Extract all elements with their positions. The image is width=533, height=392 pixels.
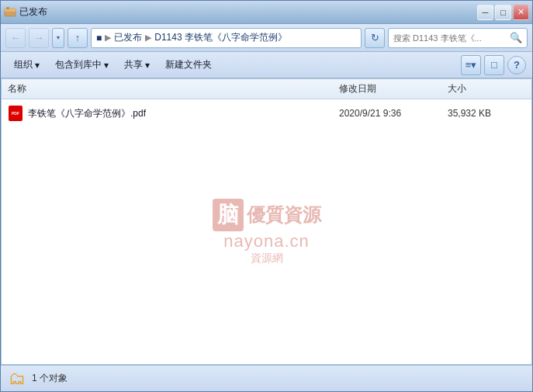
main-content: 名称 修改日期 大小 李铁笔《八字命学范例》.pdf 2020/9/21 9:3… xyxy=(1,78,532,365)
watermark-logo: 脑 優質資源 xyxy=(213,199,321,231)
title-controls: ─ □ ✕ xyxy=(477,5,529,20)
watermark-subtitle: 資源網 xyxy=(213,252,321,265)
organize-arrow: ▾ xyxy=(35,60,40,71)
breadcrumb-item-2: 已发布 xyxy=(114,31,142,44)
address-bar: ← → ▾ ↑ ■ ▶ 已发布 ▶ D1143 李铁笔《八字命学范例》 ↻ 🔍 xyxy=(1,24,532,52)
help-button[interactable]: ? xyxy=(507,56,526,75)
view-options-button[interactable]: ≡▾ xyxy=(461,55,481,75)
file-name: 李铁笔《八字命学范例》.pdf xyxy=(28,107,339,120)
title-bar: 已发布 ─ □ ✕ xyxy=(1,1,532,24)
breadcrumb-sep-2: ▶ xyxy=(145,33,151,43)
status-count: 1 个对象 xyxy=(32,372,67,385)
back-button[interactable]: ← xyxy=(5,28,26,48)
search-bar[interactable]: 🔍 xyxy=(388,28,528,48)
watermark-domain: nayona.cn xyxy=(213,231,321,252)
file-list: 李铁笔《八字命学范例》.pdf 2020/9/21 9:36 35,932 KB… xyxy=(2,99,531,364)
title-text: 已发布 xyxy=(19,5,47,19)
toolbar: 组织 ▾ 包含到库中 ▾ 共享 ▾ 新建文件夹 ≡▾ □ ? xyxy=(1,52,532,78)
organize-button[interactable]: 组织 ▾ xyxy=(7,55,47,75)
new-folder-label: 新建文件夹 xyxy=(165,58,212,71)
breadcrumb-item-3: D1143 李铁笔《八字命学范例》 xyxy=(154,31,287,44)
maximize-button[interactable]: □ xyxy=(495,5,511,20)
preview-pane-button[interactable]: □ xyxy=(484,55,504,75)
refresh-button[interactable]: ↻ xyxy=(365,28,385,48)
window: 已发布 ─ □ ✕ ← → ▾ ↑ ■ ▶ 已发布 ▶ D1143 李铁笔《八字… xyxy=(0,0,533,392)
organize-label: 组织 xyxy=(14,58,33,71)
file-icon xyxy=(8,106,23,121)
nav-dropdown[interactable]: ▾ xyxy=(52,28,64,48)
file-size: 35,932 KB xyxy=(448,108,525,119)
col-name-header[interactable]: 名称 xyxy=(8,82,339,95)
share-label: 共享 xyxy=(124,58,143,71)
svg-rect-2 xyxy=(6,7,9,9)
include-library-arrow: ▾ xyxy=(104,60,109,71)
folder-icon: 🗂 xyxy=(9,369,26,389)
breadcrumb[interactable]: ■ ▶ 已发布 ▶ D1143 李铁笔《八字命学范例》 xyxy=(91,28,362,48)
pdf-icon xyxy=(9,106,22,121)
search-icon: 🔍 xyxy=(510,32,522,43)
search-input[interactable] xyxy=(393,33,510,43)
share-button[interactable]: 共享 ▾ xyxy=(117,55,157,75)
col-size-header[interactable]: 大小 xyxy=(448,82,525,95)
status-bar: 🗂 1 个对象 xyxy=(1,365,532,391)
forward-button[interactable]: → xyxy=(29,28,49,48)
svg-rect-1 xyxy=(5,9,16,12)
close-button[interactable]: ✕ xyxy=(513,5,529,20)
window-icon xyxy=(4,6,16,19)
table-row[interactable]: 李铁笔《八字命学范例》.pdf 2020/9/21 9:36 35,932 KB xyxy=(2,102,531,124)
breadcrumb-item-1: ■ xyxy=(96,33,102,43)
watermark: 脑 優質資源 nayona.cn 資源網 xyxy=(213,199,321,265)
breadcrumb-sep-1: ▶ xyxy=(105,33,111,43)
minimize-button[interactable]: ─ xyxy=(477,5,493,20)
include-library-label: 包含到库中 xyxy=(55,58,102,71)
column-headers: 名称 修改日期 大小 xyxy=(2,79,531,99)
new-folder-button[interactable]: 新建文件夹 xyxy=(158,55,219,75)
col-date-header[interactable]: 修改日期 xyxy=(339,82,448,95)
include-library-button[interactable]: 包含到库中 ▾ xyxy=(48,55,116,75)
share-arrow: ▾ xyxy=(145,60,150,71)
up-button[interactable]: ↑ xyxy=(67,28,88,48)
file-date: 2020/9/21 9:36 xyxy=(339,108,448,119)
